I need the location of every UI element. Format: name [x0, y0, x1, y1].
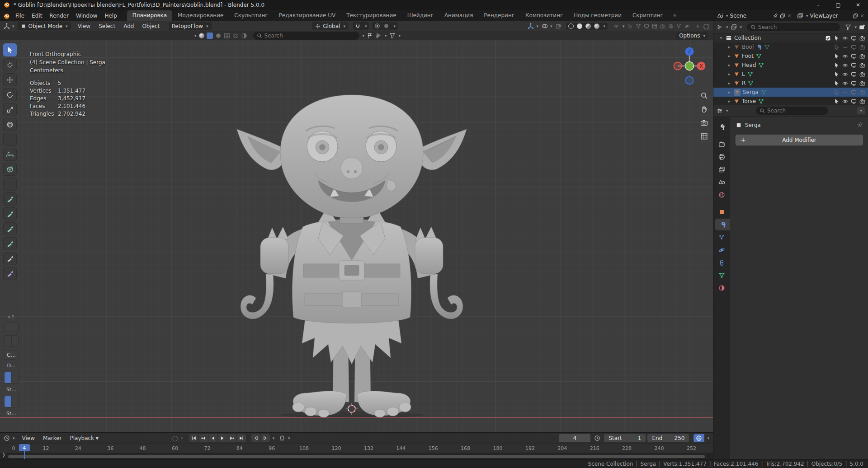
- expander-icon[interactable]: ▸: [727, 54, 731, 58]
- viewport-menu-add[interactable]: Add: [120, 22, 137, 31]
- outliner-row-l[interactable]: ▸L: [713, 70, 868, 79]
- add-workspace-button[interactable]: +: [669, 10, 681, 21]
- outliner-row-torse[interactable]: ▸Torse: [713, 97, 868, 106]
- magnet-icon[interactable]: [355, 23, 361, 29]
- expander-icon[interactable]: ▸: [727, 81, 731, 85]
- tool-move[interactable]: [3, 73, 17, 86]
- selectable-toggle[interactable]: [834, 80, 840, 86]
- object-name[interactable]: L: [742, 71, 745, 77]
- brush-color-chip[interactable]: [207, 33, 213, 39]
- visibility-eye-icon[interactable]: [613, 23, 619, 29]
- properties-tab-data[interactable]: [713, 269, 730, 281]
- selectable-toggle[interactable]: [834, 35, 840, 41]
- properties-tab-particles[interactable]: [713, 231, 730, 243]
- object-name[interactable]: Serga: [743, 89, 759, 95]
- properties-tab-world[interactable]: [713, 189, 730, 201]
- next-keyframe-button[interactable]: [227, 434, 236, 442]
- outliner-row-serga[interactable]: ▸Serga: [713, 88, 868, 97]
- tool-rotate[interactable]: [3, 88, 17, 101]
- timeline-menu-view[interactable]: View: [19, 434, 38, 443]
- workspace-tab[interactable]: Ноды геометрии: [568, 10, 627, 21]
- filter-funnel-icon[interactable]: [389, 33, 396, 39]
- prev-keyframe-button[interactable]: [199, 434, 208, 442]
- shading-material[interactable]: [585, 23, 591, 29]
- object-name[interactable]: Torse: [742, 98, 756, 104]
- filter-icon-1[interactable]: [627, 23, 633, 29]
- app-menu-icon[interactable]: [4, 13, 10, 19]
- expander-icon[interactable]: ▸: [727, 72, 731, 76]
- tool-light-box[interactable]: [3, 252, 17, 265]
- active-brush-icon[interactable]: [199, 33, 204, 38]
- outliner-filter-icon[interactable]: [845, 24, 851, 30]
- disable-render-toggle[interactable]: [859, 71, 865, 77]
- workspace-tab[interactable]: Планировка: [127, 10, 172, 21]
- minimize-button[interactable]: –: [808, 0, 828, 10]
- tool-opt-icon-3[interactable]: [232, 33, 239, 39]
- menu-edit[interactable]: Edit: [28, 11, 46, 20]
- maximize-button[interactable]: ▢: [828, 0, 848, 10]
- scene-icon[interactable]: [717, 13, 723, 19]
- selectable-toggle[interactable]: [834, 62, 840, 68]
- outliner-row-foot[interactable]: ▸Foot: [713, 51, 868, 61]
- filter-icon-4[interactable]: [652, 23, 657, 29]
- disable-render-toggle[interactable]: [859, 35, 865, 41]
- snap-controls[interactable]: ▾: [353, 22, 369, 30]
- options-dropdown[interactable]: Options▾: [676, 32, 708, 40]
- shading-rendered[interactable]: [594, 23, 599, 29]
- viewport-menu-object[interactable]: Object: [138, 22, 163, 31]
- side-button-1[interactable]: [4, 323, 19, 332]
- hide-viewport-toggle[interactable]: [842, 44, 848, 50]
- viewlayer-name[interactable]: ViewLayer: [810, 13, 851, 19]
- transform-orientation-dropdown[interactable]: Global▾: [312, 22, 349, 30]
- outliner-row-head[interactable]: ▸Head: [713, 61, 868, 70]
- filter-icon-8[interactable]: [684, 23, 690, 29]
- workspace-tab[interactable]: Моделирование: [172, 10, 229, 21]
- panel-expander-icon[interactable]: ▾ ⠿: [8, 315, 14, 319]
- workspace-tab[interactable]: Скриптинг: [627, 10, 669, 21]
- properties-tab-tool[interactable]: [713, 121, 730, 133]
- tool-paint-world[interactable]: [3, 207, 17, 220]
- side-split-1[interactable]: [4, 335, 19, 347]
- search-dropdown[interactable]: ▾: [363, 33, 365, 38]
- disable-render-toggle[interactable]: [859, 44, 865, 50]
- expander-icon[interactable]: ▸: [727, 45, 731, 49]
- unlink-scene-icon[interactable]: ×: [787, 13, 792, 19]
- jump-to-end-button[interactable]: [237, 434, 246, 442]
- workspace-tab[interactable]: Скульптинг: [229, 10, 273, 21]
- properties-options-dropdown[interactable]: ▾: [857, 107, 865, 114]
- properties-tab-material[interactable]: [713, 282, 730, 294]
- annotate-circle-icon[interactable]: ◯: [703, 23, 709, 29]
- timeline-menu-playback[interactable]: Playback ▾: [66, 434, 102, 443]
- play-button[interactable]: [218, 434, 227, 442]
- timeline-editor-icon[interactable]: [4, 435, 10, 441]
- outliner-row-r[interactable]: ▸R: [713, 79, 868, 88]
- properties-tab-render[interactable]: [713, 138, 730, 150]
- timeline-scrollbar[interactable]: [8, 455, 705, 458]
- hide-viewport-toggle[interactable]: [842, 80, 848, 86]
- scene-name[interactable]: Scene: [730, 13, 771, 19]
- pan-hand-icon[interactable]: [700, 105, 708, 113]
- mode-dropdown[interactable]: Object Mode▾: [18, 22, 71, 30]
- selectable-toggle[interactable]: [834, 53, 840, 59]
- properties-tab-scene[interactable]: [713, 176, 730, 188]
- pin-id-icon[interactable]: [857, 122, 863, 128]
- properties-tab-output[interactable]: [713, 151, 730, 163]
- tool-settings-collapse[interactable]: ▾: [194, 33, 197, 38]
- menu-render[interactable]: Render: [46, 11, 72, 20]
- hide-viewport-toggle[interactable]: [842, 35, 848, 41]
- menu-help[interactable]: Help: [101, 11, 120, 20]
- use-preview-range-icon[interactable]: [594, 435, 600, 441]
- selectable-toggle[interactable]: [834, 98, 840, 104]
- ortho-grid-icon[interactable]: [700, 132, 708, 140]
- preview-range-icon[interactable]: [279, 435, 285, 441]
- editor-type-icon[interactable]: [4, 23, 10, 29]
- retopoflow-dropdown[interactable]: RetopoFlow▾: [169, 22, 212, 30]
- play-reverse-button[interactable]: [208, 434, 217, 442]
- playhead[interactable]: 4: [24, 444, 35, 451]
- show-gizmo-toggle[interactable]: [528, 23, 534, 29]
- expander-icon[interactable]: ▾: [719, 36, 723, 40]
- filter-icon-7[interactable]: [676, 23, 682, 29]
- add-icon[interactable]: ＋: [695, 22, 701, 30]
- channels-expander[interactable]: ❯: [2, 452, 5, 457]
- remove-viewlayer-icon[interactable]: ×: [860, 13, 864, 19]
